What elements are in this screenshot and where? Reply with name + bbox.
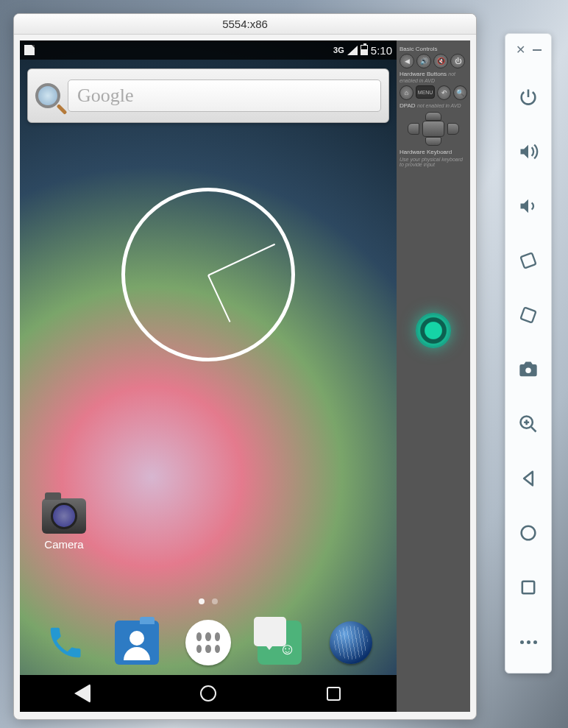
dock-phone[interactable] bbox=[42, 619, 89, 666]
dock-browser[interactable] bbox=[327, 619, 374, 666]
dock: ☺ bbox=[20, 610, 397, 675]
nav-home[interactable] bbox=[197, 682, 219, 704]
more-button[interactable] bbox=[505, 615, 552, 669]
kbd-note: Use your physical keyboard to provide in… bbox=[400, 157, 467, 167]
dock-contacts[interactable] bbox=[113, 619, 160, 666]
old-emulator-panel: Basic Controls ◀ 🔊 🔇 ⏻ Hardware Buttons … bbox=[397, 40, 470, 712]
minimize-button[interactable] bbox=[533, 49, 542, 51]
dpad-right[interactable] bbox=[447, 123, 459, 135]
search-input[interactable]: Google bbox=[68, 79, 381, 112]
camera-label: Camera bbox=[42, 538, 86, 551]
dpad-down[interactable] bbox=[425, 137, 441, 146]
dpad-up[interactable] bbox=[425, 112, 441, 121]
search-placeholder: Google bbox=[77, 85, 134, 107]
toolbar-overview-button[interactable] bbox=[505, 560, 552, 615]
device-screen[interactable]: 3G 5:10 Google bbox=[20, 40, 397, 712]
old-power-button[interactable]: ⏻ bbox=[450, 54, 465, 68]
kbd-label: Hardware Keyboard bbox=[400, 149, 467, 155]
rotate-right-button[interactable] bbox=[505, 288, 552, 342]
dpad[interactable] bbox=[408, 112, 459, 146]
camera-icon bbox=[42, 498, 86, 534]
dpad-center[interactable] bbox=[422, 121, 444, 137]
camera-app[interactable]: Camera bbox=[42, 498, 86, 551]
volume-up-button[interactable] bbox=[505, 124, 552, 179]
toolbar-back-button[interactable] bbox=[505, 451, 552, 506]
svg-rect-1 bbox=[521, 308, 536, 323]
old-vol-mute-button[interactable]: 🔇 bbox=[433, 54, 448, 68]
old-vol-up-button[interactable]: 🔊 bbox=[416, 54, 431, 68]
dpad-label: DPAD bbox=[400, 102, 416, 109]
emulator-toolbar: ✕ bbox=[505, 33, 552, 674]
power-button[interactable] bbox=[505, 70, 552, 124]
screenshot-button[interactable] bbox=[505, 342, 552, 397]
signal-icon bbox=[347, 46, 358, 55]
page-indicator[interactable] bbox=[199, 598, 218, 604]
nav-bar bbox=[20, 675, 397, 712]
rotate-left-button[interactable] bbox=[505, 233, 552, 288]
old-home-button[interactable]: ⌂ bbox=[400, 85, 413, 100]
hw-buttons-label: Hardware Buttons bbox=[400, 71, 447, 77]
dpad-note: not enabled in AVD bbox=[417, 103, 461, 108]
toolbar-home-button[interactable] bbox=[505, 506, 552, 560]
window-title: 5554:x86 bbox=[222, 18, 268, 30]
battery-icon bbox=[361, 45, 368, 55]
clock-widget[interactable] bbox=[121, 188, 295, 361]
old-vol-down-button[interactable]: ◀ bbox=[400, 54, 414, 68]
sensor-orb[interactable] bbox=[416, 313, 451, 348]
zoom-button[interactable] bbox=[505, 397, 552, 451]
volume-down-button[interactable] bbox=[505, 179, 552, 233]
svg-rect-0 bbox=[521, 253, 536, 269]
nav-back[interactable] bbox=[71, 682, 93, 704]
window-titlebar[interactable]: 5554:x86 bbox=[14, 14, 476, 35]
network-label: 3G bbox=[333, 46, 344, 54]
emulator-window: 5554:x86 3G 5:10 Google bbox=[13, 13, 477, 720]
sd-card-icon bbox=[24, 45, 35, 55]
old-search-button[interactable]: 🔍 bbox=[453, 85, 467, 100]
basic-controls-label: Basic Controls bbox=[400, 46, 467, 52]
google-search-widget[interactable]: Google bbox=[27, 68, 389, 123]
dpad-left[interactable] bbox=[408, 123, 419, 135]
nav-overview[interactable] bbox=[323, 682, 345, 704]
dock-all-apps[interactable] bbox=[185, 619, 232, 666]
clock-time: 5:10 bbox=[371, 44, 392, 57]
old-menu-button[interactable]: MENU bbox=[416, 85, 436, 99]
old-back-button[interactable]: ↶ bbox=[437, 85, 451, 100]
svg-point-4 bbox=[522, 526, 536, 540]
dock-messaging[interactable]: ☺ bbox=[256, 619, 303, 666]
svg-rect-5 bbox=[522, 582, 534, 593]
close-button[interactable]: ✕ bbox=[516, 43, 525, 57]
status-bar[interactable]: 3G 5:10 bbox=[20, 40, 397, 60]
svg-point-2 bbox=[525, 367, 530, 372]
search-icon[interactable] bbox=[35, 83, 60, 108]
